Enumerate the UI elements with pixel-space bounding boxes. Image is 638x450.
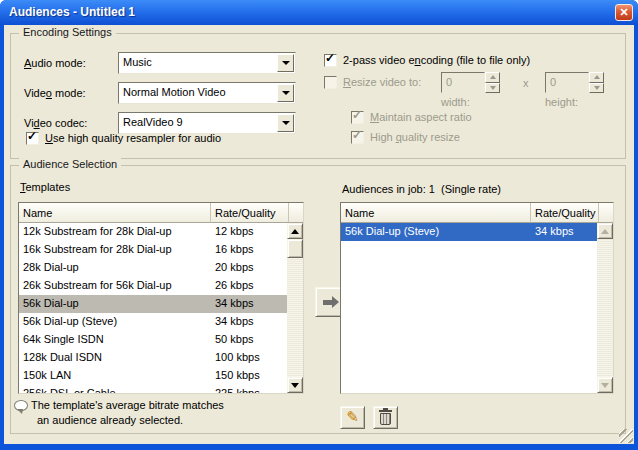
templates-scrollbar[interactable]: [287, 223, 303, 393]
audiences-in-job-label: Audiences in job: 1 (Single rate): [342, 183, 501, 195]
window-title: Audiences - Untitled 1: [9, 5, 135, 19]
video-codec-combobox[interactable]: RealVideo 9: [118, 112, 296, 134]
check-icon: ✓: [27, 130, 37, 143]
template-row[interactable]: 28k Dial-up20 kbps: [19, 259, 287, 277]
video-codec-dropdown-button[interactable]: [277, 114, 294, 132]
edit-audience-button[interactable]: ✎: [340, 406, 365, 429]
resize-x-separator: x: [523, 77, 529, 89]
resize-width-field: 0: [441, 72, 485, 93]
resize-height-stepper: [589, 72, 604, 93]
scroll-up-icon[interactable]: [287, 223, 303, 239]
stepper-down-icon: [589, 83, 604, 94]
scroll-down-icon: [597, 377, 613, 393]
stepper-up-icon: [485, 72, 500, 83]
resize-checkbox: ✓: [324, 76, 337, 89]
resampler-checkbox-row: ✓ Use high quality resampler for audio: [26, 132, 221, 145]
resize-checkbox-row: ✓ Resize video to:: [324, 76, 421, 89]
note-line1: The template's average bitrate matches: [31, 399, 224, 411]
audio-mode-label: Audio mode:: [24, 57, 86, 69]
scrollbar-thumb[interactable]: [287, 239, 303, 258]
hq-resize-label: High quality resize: [370, 131, 460, 143]
audio-mode-dropdown-button[interactable]: [277, 54, 294, 72]
audience-selection-group-title: Audience Selection: [19, 158, 121, 170]
resampler-label: Use high quality resampler for audio: [45, 132, 221, 144]
job-list-header: Name Rate/Quality: [341, 203, 613, 223]
templates-rows: 12k Substream for 28k Dial-up12 kbps 16k…: [19, 223, 287, 393]
check-icon: ✓: [325, 52, 335, 65]
two-pass-checkbox[interactable]: ✓: [324, 54, 337, 67]
hq-resize-checkbox: ✓: [351, 131, 364, 144]
template-row-selected[interactable]: 56k Dial-up34 kbps: [19, 295, 287, 313]
maintain-aspect-checkbox-row: ✓ Maintain aspect ratio: [351, 111, 472, 124]
audio-mode-combobox[interactable]: Music: [118, 52, 296, 74]
job-scrollbar: [597, 223, 613, 393]
title-bar[interactable]: Audiences - Untitled 1 ✕: [0, 0, 638, 25]
resize-height-field: 0: [545, 72, 589, 93]
close-icon: ✕: [619, 6, 628, 19]
speech-bubble-icon: [14, 400, 28, 411]
video-codec-value: RealVideo 9: [119, 113, 276, 133]
template-row[interactable]: 56k Dial-up (Steve)34 kbps: [19, 313, 287, 331]
video-mode-label: Video mode:: [24, 87, 86, 99]
template-row[interactable]: 64k Single ISDN50 kbps: [19, 331, 287, 349]
dialog-window: Audiences - Untitled 1 ✕ Encoding Settin…: [0, 0, 638, 450]
delete-audience-button[interactable]: [373, 406, 398, 429]
resampler-checkbox[interactable]: ✓: [26, 132, 39, 145]
close-button[interactable]: ✕: [615, 4, 633, 21]
template-row[interactable]: 150k LAN150 kbps: [19, 367, 287, 385]
stepper-down-icon: [485, 83, 500, 94]
column-header-filler: [289, 203, 303, 223]
templates-list-header: Name Rate/Quality: [19, 203, 303, 223]
job-audience-row-selected[interactable]: 56k Dial-up (Steve)34 kbps: [341, 223, 597, 241]
maintain-aspect-checkbox: ✓: [351, 111, 364, 124]
video-mode-value: Normal Motion Video: [119, 83, 276, 103]
video-codec-label: Video codec:: [24, 117, 87, 129]
job-audience-rows: 56k Dial-up (Steve)34 kbps: [341, 223, 597, 393]
template-row[interactable]: 128k Dual ISDN100 kbps: [19, 349, 287, 367]
chevron-down-icon: [282, 61, 290, 65]
two-pass-checkbox-row: ✓ 2-pass video encoding (file to file on…: [324, 54, 530, 67]
maintain-aspect-label: Maintain aspect ratio: [370, 111, 472, 123]
dialog-client-area: Encoding Settings Audio mode: Music Vide…: [4, 25, 634, 444]
video-mode-combobox[interactable]: Normal Motion Video: [118, 82, 296, 104]
template-row[interactable]: 12k Substream for 28k Dial-up12 kbps: [19, 223, 287, 241]
column-header-name[interactable]: Name: [19, 203, 211, 223]
note-line2: an audience already selected.: [37, 414, 183, 426]
right-arrow-icon: [323, 296, 339, 308]
two-pass-label: 2-pass video encoding (file to file only…: [343, 54, 530, 66]
template-row[interactable]: 16k Substream for 28k Dial-up16 kbps: [19, 241, 287, 259]
height-caption: height:: [545, 96, 578, 108]
chevron-down-icon: [282, 91, 290, 95]
stepper-up-icon: [589, 72, 604, 83]
resize-width-stepper: [485, 72, 500, 93]
encoding-settings-group-title: Encoding Settings: [19, 26, 116, 38]
column-header-rate[interactable]: Rate/Quality: [531, 203, 599, 223]
column-header-name[interactable]: Name: [341, 203, 531, 223]
column-header-rate[interactable]: Rate/Quality: [211, 203, 289, 223]
chevron-down-icon: [282, 121, 290, 125]
column-header-filler: [599, 203, 613, 223]
trash-icon: [379, 410, 392, 425]
template-row[interactable]: 26k Substream for 56k Dial-up26 kbps: [19, 277, 287, 295]
hq-resize-checkbox-row: ✓ High quality resize: [351, 131, 460, 144]
resize-label: Resize video to:: [343, 76, 421, 88]
template-row[interactable]: 256k DSL or Cable225 kbps: [19, 385, 287, 393]
job-audiences-list: Name Rate/Quality 56k Dial-up (Steve)34 …: [340, 202, 614, 394]
video-mode-dropdown-button[interactable]: [277, 84, 294, 102]
templates-label: Templates: [20, 181, 70, 193]
audio-mode-value: Music: [119, 53, 276, 73]
templates-list: Name Rate/Quality 12k Substream for 28k …: [18, 202, 304, 394]
scroll-up-icon: [597, 223, 613, 239]
pencil-icon: ✎: [346, 408, 359, 426]
width-caption: width:: [441, 96, 470, 108]
scroll-down-icon[interactable]: [287, 377, 303, 393]
resize-grip[interactable]: [619, 429, 633, 443]
